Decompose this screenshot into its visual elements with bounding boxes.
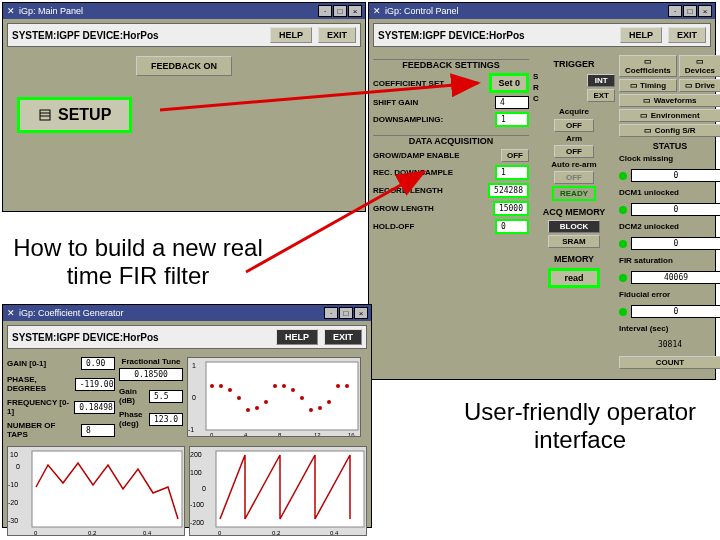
- waveforms-menu[interactable]: ▭ Waveforms: [619, 94, 720, 107]
- maximize-button[interactable]: □: [339, 307, 353, 319]
- svg-point-10: [264, 400, 268, 404]
- svg-text:0: 0: [202, 485, 206, 492]
- dcm1-val: 0: [631, 203, 720, 216]
- phase-label: PHASE, DEGREES: [7, 375, 71, 393]
- block-button[interactable]: BLOCK: [548, 220, 600, 233]
- frac-tune-val: 0.18500: [119, 368, 183, 381]
- autorearm-off-button[interactable]: OFF: [554, 171, 594, 184]
- shift-gain-input[interactable]: 4: [495, 96, 529, 109]
- svg-point-12: [282, 384, 286, 388]
- svg-text:-100: -100: [190, 501, 204, 508]
- firsat-label: FIR saturation: [619, 256, 673, 265]
- holdoff-input[interactable]: 0: [495, 219, 529, 234]
- gain-db-label: Gain (dB): [119, 387, 145, 405]
- menu-icon: ▭: [630, 81, 638, 90]
- grow-len-input[interactable]: 15000: [493, 201, 529, 216]
- sram-button[interactable]: SRAM: [548, 235, 600, 248]
- svg-rect-37: [216, 451, 364, 527]
- close-button[interactable]: ×: [698, 5, 712, 17]
- maximize-button[interactable]: □: [683, 5, 697, 17]
- svg-text:-20: -20: [8, 499, 18, 506]
- svg-text:-1: -1: [188, 426, 194, 433]
- holdoff-label: HOLD-OFF: [373, 222, 414, 231]
- arm-label: Arm: [566, 134, 582, 143]
- taps-scatter-chart: 10-1 0481216: [187, 357, 361, 437]
- svg-rect-28: [32, 451, 182, 527]
- gain-db-val: 5.5: [149, 390, 183, 403]
- main-exit-button[interactable]: EXIT: [318, 27, 356, 43]
- coef-exit-button[interactable]: EXIT: [324, 329, 362, 345]
- config-sr-menu[interactable]: ▭ Config S/R: [619, 124, 720, 137]
- arm-off-button[interactable]: OFF: [554, 145, 594, 158]
- int-button[interactable]: INT: [587, 74, 615, 87]
- acquire-off-button[interactable]: OFF: [554, 119, 594, 132]
- coef-help-button[interactable]: HELP: [276, 329, 318, 345]
- ctrl-help-button[interactable]: HELP: [620, 27, 662, 43]
- svg-point-5: [219, 384, 223, 388]
- svg-point-4: [210, 384, 214, 388]
- maximize-button[interactable]: □: [333, 5, 347, 17]
- firsat-val: 40069: [631, 271, 720, 284]
- ctrl-titlebar: ✕ iGp: Control Panel · □ ×: [369, 3, 715, 19]
- svg-rect-3: [206, 362, 358, 430]
- growdamp-button[interactable]: OFF: [501, 149, 529, 162]
- rec-len-input[interactable]: 524288: [488, 183, 529, 198]
- taps-input[interactable]: 8: [81, 424, 115, 437]
- svg-point-9: [255, 406, 259, 410]
- rec-down-input[interactable]: 1: [495, 165, 529, 180]
- clock-missing-val: 0: [631, 169, 720, 182]
- status-led-icon: [619, 206, 627, 214]
- interval-val: 30814: [619, 339, 720, 350]
- rec-down-label: REC. DOWNSAMPLE: [373, 168, 453, 177]
- main-title: iGp: Main Panel: [19, 6, 83, 16]
- svg-text:0.4: 0.4: [143, 530, 152, 536]
- status-heading: STATUS: [619, 141, 720, 151]
- svg-text:12: 12: [314, 432, 321, 437]
- ctrl-exit-button[interactable]: EXIT: [668, 27, 706, 43]
- taps-label: NUMBER OF TAPS: [7, 421, 77, 439]
- svg-point-14: [300, 396, 304, 400]
- environment-menu[interactable]: ▭ Environment: [619, 109, 720, 122]
- timing-menu[interactable]: ▭ Timing: [619, 79, 677, 92]
- menu-icon: ▭: [640, 111, 648, 120]
- svg-point-18: [336, 384, 340, 388]
- gain-line-chart: 100 -10-20-30 00.20.4: [7, 446, 185, 536]
- trigger-heading: TRIGGER: [533, 59, 615, 69]
- svg-point-15: [309, 408, 313, 412]
- feedback-on-button[interactable]: FEEDBACK ON: [136, 56, 232, 76]
- count-button[interactable]: COUNT: [619, 356, 720, 369]
- setup-button[interactable]: SETUP: [17, 97, 132, 133]
- minimize-button[interactable]: ·: [668, 5, 682, 17]
- drive-menu[interactable]: ▭ Drive: [679, 79, 720, 92]
- gain-input[interactable]: 0.90: [81, 357, 115, 370]
- trig-s-label: S: [533, 72, 539, 81]
- devices-menu[interactable]: ▭ Devices: [679, 55, 720, 77]
- ext-button[interactable]: EXT: [587, 89, 615, 102]
- fiducial-val: 0: [631, 305, 720, 318]
- menu-icon: ▭: [685, 81, 693, 90]
- userfriendly-caption: User-friendly operator interface: [440, 398, 720, 454]
- x-logo-icon: ✕: [6, 308, 16, 318]
- interval-label: Interval (sec): [619, 324, 668, 333]
- svg-text:16: 16: [348, 432, 355, 437]
- svg-text:0: 0: [192, 394, 196, 401]
- coefficients-menu[interactable]: ▭ Coefficients: [619, 55, 677, 77]
- main-help-button[interactable]: HELP: [270, 27, 312, 43]
- minimize-button[interactable]: ·: [318, 5, 332, 17]
- read-button[interactable]: read: [548, 268, 600, 288]
- close-button[interactable]: ×: [348, 5, 362, 17]
- ctrl-device-header: SYSTEM:IGPF DEVICE:HorPos: [378, 30, 525, 41]
- freq-input[interactable]: 0.18498: [74, 401, 115, 414]
- close-button[interactable]: ×: [354, 307, 368, 319]
- main-titlebar: ✕ iGp: Main Panel · □ ×: [3, 3, 365, 19]
- svg-point-7: [237, 396, 241, 400]
- phase-input[interactable]: -119.00: [75, 378, 115, 391]
- coef-set-button[interactable]: Set 0: [489, 73, 529, 93]
- svg-text:0: 0: [210, 432, 214, 437]
- svg-point-17: [327, 400, 331, 404]
- svg-text:0.2: 0.2: [88, 530, 97, 536]
- svg-text:4: 4: [244, 432, 248, 437]
- minimize-button[interactable]: ·: [324, 307, 338, 319]
- downsample-input[interactable]: 1: [495, 112, 529, 127]
- status-led-icon: [619, 308, 627, 316]
